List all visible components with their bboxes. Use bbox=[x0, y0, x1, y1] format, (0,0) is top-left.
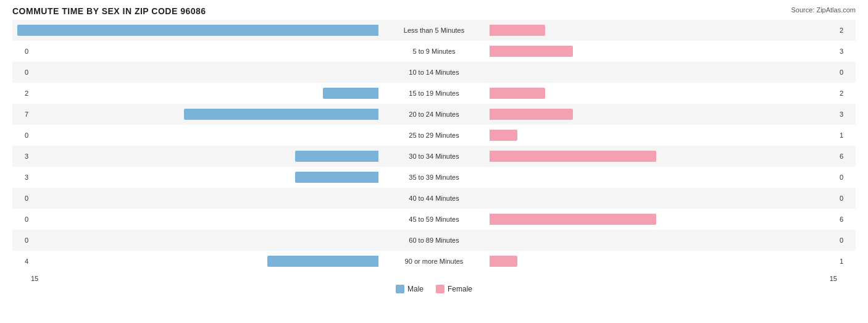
right-value: 0 bbox=[837, 69, 856, 76]
bar-section: 30 to 34 Minutes bbox=[31, 146, 837, 167]
bar-label-container: 5 to 9 Minutes bbox=[378, 48, 490, 55]
bar-label-container: 20 to 24 Minutes bbox=[378, 111, 490, 118]
bar-section: 5 to 9 Minutes bbox=[31, 41, 837, 62]
female-bar bbox=[490, 256, 517, 267]
bar-label-container: 90 or more Minutes bbox=[378, 258, 490, 265]
left-value: 3 bbox=[12, 174, 31, 181]
male-bar bbox=[295, 151, 378, 162]
left-value: 0 bbox=[12, 237, 31, 244]
bar-label-container: 15 to 19 Minutes bbox=[378, 90, 490, 97]
male-bar bbox=[323, 88, 378, 99]
left-value: 4 bbox=[12, 258, 31, 265]
bar-section: 60 to 89 Minutes bbox=[31, 230, 837, 251]
bar-label-container: 45 to 59 Minutes bbox=[378, 216, 490, 223]
legend-row: Male Female bbox=[12, 285, 856, 293]
bar-label-container: 60 to 89 Minutes bbox=[378, 237, 490, 244]
bar-row: 025 to 29 Minutes1 bbox=[12, 125, 856, 146]
right-value: 0 bbox=[837, 237, 856, 244]
bars-wrapper: 13Less than 5 Minutes205 to 9 Minutes301… bbox=[12, 20, 856, 274]
right-value: 0 bbox=[837, 174, 856, 181]
chart-title: COMMUTE TIME BY SEX IN ZIP CODE 96086 bbox=[12, 6, 206, 16]
bar-row: 040 to 44 Minutes0 bbox=[12, 188, 856, 209]
left-value: 2 bbox=[12, 90, 31, 97]
male-bar bbox=[17, 25, 378, 36]
bar-label-container: 30 to 34 Minutes bbox=[378, 153, 490, 160]
female-bar bbox=[490, 109, 573, 120]
left-value: 0 bbox=[12, 69, 31, 76]
bar-section: 20 to 24 Minutes bbox=[31, 104, 837, 125]
female-bar bbox=[490, 130, 517, 141]
right-value: 6 bbox=[837, 153, 856, 160]
right-value: 1 bbox=[837, 258, 856, 265]
bar-label-container: 40 to 44 Minutes bbox=[378, 195, 490, 202]
right-value: 3 bbox=[837, 111, 856, 118]
female-swatch bbox=[436, 285, 444, 293]
right-value: 2 bbox=[837, 27, 856, 34]
male-bar bbox=[267, 256, 378, 267]
bar-section: Less than 5 Minutes bbox=[31, 20, 837, 41]
female-bar bbox=[490, 25, 545, 36]
right-value: 1 bbox=[837, 132, 856, 139]
left-value: 0 bbox=[12, 195, 31, 202]
bar-row: 13Less than 5 Minutes2 bbox=[12, 20, 856, 41]
bar-section: 10 to 14 Minutes bbox=[31, 62, 837, 83]
bar-row: 045 to 59 Minutes6 bbox=[12, 209, 856, 230]
chart-container: COMMUTE TIME BY SEX IN ZIP CODE 96086 So… bbox=[0, 0, 868, 323]
axis-left-label: 15 bbox=[31, 275, 38, 282]
bar-row: 215 to 19 Minutes2 bbox=[12, 83, 856, 104]
bar-row: 060 to 89 Minutes0 bbox=[12, 230, 856, 251]
bar-section: 15 to 19 Minutes bbox=[31, 83, 837, 104]
left-value: 7 bbox=[12, 111, 31, 118]
axis-row: 15 15 bbox=[12, 274, 856, 282]
left-value: 0 bbox=[12, 48, 31, 55]
bar-row: 335 to 39 Minutes0 bbox=[12, 167, 856, 188]
bar-section: 35 to 39 Minutes bbox=[31, 167, 837, 188]
female-bar bbox=[490, 214, 656, 225]
left-value: 0 bbox=[12, 132, 31, 139]
female-bar bbox=[490, 88, 545, 99]
bar-row: 490 or more Minutes1 bbox=[12, 251, 856, 272]
bar-section: 45 to 59 Minutes bbox=[31, 209, 837, 230]
bar-label-container: 10 to 14 Minutes bbox=[378, 69, 490, 76]
right-value: 3 bbox=[837, 48, 856, 55]
male-bar bbox=[184, 109, 378, 120]
right-value: 0 bbox=[837, 195, 856, 202]
bar-section: 90 or more Minutes bbox=[31, 251, 837, 272]
legend-female: Female bbox=[436, 285, 472, 293]
right-value: 6 bbox=[837, 216, 856, 223]
bar-section: 40 to 44 Minutes bbox=[31, 188, 837, 209]
left-value: 3 bbox=[12, 153, 31, 160]
bar-row: 720 to 24 Minutes3 bbox=[12, 104, 856, 125]
female-bar bbox=[490, 46, 573, 57]
bar-label-container: 25 to 29 Minutes bbox=[378, 132, 490, 139]
axis-right-label: 15 bbox=[830, 275, 837, 282]
chart-body: 13Less than 5 Minutes205 to 9 Minutes301… bbox=[12, 20, 856, 293]
bar-label-container: Less than 5 Minutes bbox=[378, 27, 490, 34]
bar-row: 330 to 34 Minutes6 bbox=[12, 146, 856, 167]
female-label: Female bbox=[448, 285, 472, 293]
bar-section: 25 to 29 Minutes bbox=[31, 125, 837, 146]
legend-male: Male bbox=[396, 285, 424, 293]
bar-row: 010 to 14 Minutes0 bbox=[12, 62, 856, 83]
right-value: 2 bbox=[837, 90, 856, 97]
title-row: COMMUTE TIME BY SEX IN ZIP CODE 96086 So… bbox=[12, 6, 856, 16]
source-text: Source: ZipAtlas.com bbox=[791, 6, 856, 14]
left-value: 0 bbox=[12, 216, 31, 223]
bar-row: 05 to 9 Minutes3 bbox=[12, 41, 856, 62]
male-label: Male bbox=[407, 285, 424, 293]
female-bar bbox=[490, 151, 656, 162]
bar-label-container: 35 to 39 Minutes bbox=[378, 174, 490, 181]
male-swatch bbox=[396, 285, 404, 293]
male-bar bbox=[295, 172, 378, 183]
